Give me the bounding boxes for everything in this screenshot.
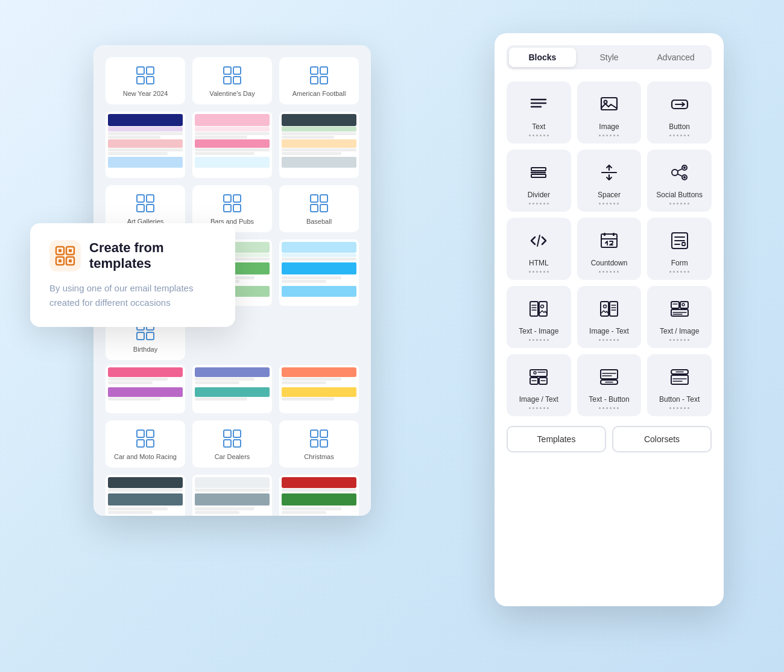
block-countdown[interactable]: Countdown: [577, 218, 642, 280]
block-text-button[interactable]: Text - Button: [577, 354, 642, 416]
svg-rect-12: [137, 195, 144, 202]
svg-rect-102: [671, 302, 679, 308]
template-preview-1[interactable]: [106, 112, 185, 178]
block-text-image[interactable]: Text - Image: [507, 286, 571, 348]
category-label: New Year 2024: [110, 90, 180, 97]
svg-rect-83: [604, 233, 605, 236]
svg-rect-1: [147, 67, 154, 74]
button-text-block-icon: [666, 364, 693, 390]
tooltip-description: By using one of our email templates crea…: [49, 281, 216, 310]
tab-style[interactable]: Style: [576, 48, 643, 67]
category-icon: [308, 428, 330, 449]
svg-rect-7: [233, 77, 241, 84]
svg-line-80: [537, 235, 540, 246]
html-block-drag: [511, 271, 566, 273]
svg-rect-26: [137, 332, 144, 340]
category-icon: [221, 192, 243, 214]
category-baseball[interactable]: Baseball: [279, 185, 359, 232]
tab-advanced[interactable]: Advanced: [642, 48, 709, 67]
svg-rect-38: [311, 440, 318, 447]
svg-rect-81: [601, 234, 617, 247]
image-text-block-label: Image - Text: [582, 327, 637, 335]
form-block-label: Form: [652, 259, 707, 267]
category-row-4: Car and Moto Racing Car Dealers: [106, 420, 359, 468]
block-text-image-split[interactable]: Text / Image: [647, 286, 712, 348]
svg-rect-34: [224, 440, 231, 447]
svg-rect-33: [233, 430, 241, 437]
form-block-drag: [652, 271, 707, 273]
block-image[interactable]: Image: [577, 81, 642, 144]
text-block-label: Text: [511, 122, 566, 131]
image-text-split-block-icon: [525, 364, 552, 390]
category-icon: [308, 192, 330, 214]
text-image-split-drag: [652, 339, 707, 341]
template-preview-8[interactable]: [192, 365, 272, 413]
spacer-block-drag: [582, 203, 637, 204]
category-label: Valentine's Day: [197, 90, 267, 97]
svg-rect-17: [233, 195, 241, 202]
template-preview-11[interactable]: [192, 475, 272, 516]
category-new-year[interactable]: New Year 2024: [106, 57, 185, 104]
block-social[interactable]: Social Buttons: [647, 150, 712, 212]
category-label: American Football: [284, 90, 354, 97]
templates-button[interactable]: Templates: [507, 426, 606, 452]
svg-rect-18: [224, 204, 231, 212]
text-image-block-drag: [511, 339, 566, 341]
birthday-label: Birthday: [110, 346, 180, 353]
category-christmas[interactable]: Christmas: [279, 420, 359, 468]
block-image-text[interactable]: Image - Text: [577, 286, 642, 348]
category-car-racing[interactable]: Car and Moto Racing: [106, 420, 185, 468]
svg-point-79: [683, 176, 686, 179]
template-preview-12[interactable]: [279, 475, 359, 516]
template-preview-3[interactable]: [279, 112, 359, 178]
text-block-icon: [525, 91, 552, 118]
svg-rect-29: [147, 430, 154, 437]
category-row-1: New Year 2024 Valentine's Day: [106, 57, 359, 104]
svg-rect-11: [320, 77, 327, 84]
svg-rect-16: [224, 195, 231, 202]
svg-rect-28: [137, 430, 144, 437]
tooltip-header: Create from templates: [49, 240, 216, 271]
svg-rect-15: [147, 204, 154, 212]
svg-rect-116: [601, 370, 618, 379]
social-block-label: Social Buttons: [652, 191, 707, 199]
svg-rect-84: [613, 233, 615, 236]
svg-line-76: [677, 169, 682, 171]
colorsets-button[interactable]: Colorsets: [612, 426, 712, 452]
block-image-text-split[interactable]: Image / Text: [507, 354, 571, 416]
divider-block-drag: [511, 203, 566, 204]
block-spacer[interactable]: Spacer: [577, 150, 642, 212]
svg-point-64: [604, 101, 607, 104]
svg-rect-36: [311, 430, 318, 437]
block-divider[interactable]: Divider: [507, 150, 571, 212]
category-icon: [221, 428, 243, 449]
block-form[interactable]: Form: [647, 218, 712, 280]
template-preview-10[interactable]: [106, 475, 185, 516]
category-icon: [308, 65, 330, 86]
tab-blocks[interactable]: Blocks: [509, 48, 576, 67]
block-button[interactable]: Button: [647, 81, 712, 144]
template-preview-7[interactable]: [106, 365, 185, 413]
button-block-icon: [666, 91, 693, 118]
category-icon: [134, 65, 156, 86]
svg-rect-91: [539, 302, 547, 316]
countdown-block-drag: [582, 271, 637, 273]
category-football[interactable]: American Football: [279, 57, 359, 104]
divider-block-icon: [525, 159, 552, 186]
block-text[interactable]: Text: [507, 81, 571, 144]
block-html[interactable]: HTML: [507, 218, 571, 280]
svg-rect-39: [320, 440, 327, 447]
spacer-block-icon: [596, 159, 622, 186]
image-block-icon: [596, 91, 622, 118]
blocks-grid: Text Image: [507, 81, 712, 416]
category-car-dealers[interactable]: Car Dealers: [192, 420, 272, 468]
html-block-icon: [525, 227, 552, 254]
template-preview-9[interactable]: [279, 365, 359, 413]
template-preview-2[interactable]: [192, 112, 272, 178]
block-button-text[interactable]: Button - Text: [647, 354, 712, 416]
bottom-action-buttons: Templates Colorsets: [507, 426, 712, 452]
svg-rect-22: [311, 204, 318, 212]
category-valentines[interactable]: Valentine's Day: [192, 57, 272, 104]
template-preview-6[interactable]: [279, 239, 359, 306]
svg-point-78: [683, 166, 686, 169]
